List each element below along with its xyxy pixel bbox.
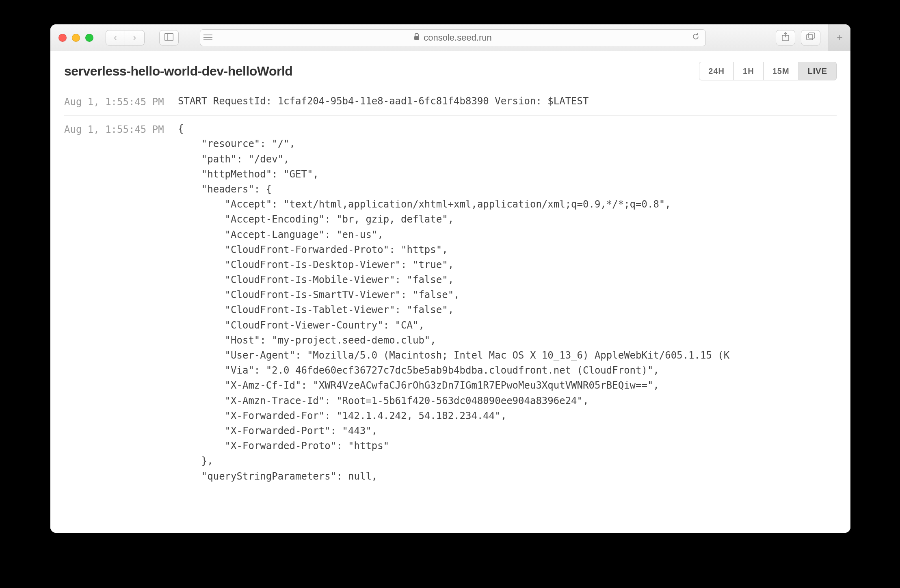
- tabs-button[interactable]: [801, 30, 820, 45]
- reload-button[interactable]: [692, 32, 700, 43]
- reader-icon[interactable]: [203, 32, 212, 43]
- lock-icon: [414, 33, 420, 42]
- sidebar-toggle-button[interactable]: [159, 30, 179, 45]
- page-header: serverless-hello-world-dev-helloWorld 24…: [50, 51, 850, 88]
- log-message: START RequestId: 1cfaf204-95b4-11e8-aad1…: [178, 94, 837, 110]
- browser-window: ‹ › console.seed.run: [50, 24, 850, 533]
- tabs-icon: [806, 32, 815, 43]
- address-bar[interactable]: console.seed.run: [200, 29, 706, 46]
- page-title: serverless-hello-world-dev-helloWorld: [64, 64, 292, 79]
- chevron-right-icon: ›: [133, 32, 136, 43]
- plus-icon: +: [837, 31, 843, 44]
- forward-button[interactable]: ›: [125, 30, 145, 45]
- svg-rect-5: [414, 36, 419, 40]
- back-button[interactable]: ‹: [106, 30, 125, 45]
- time-filter: 24H1H15MLIVE: [699, 62, 837, 80]
- minimize-window-button[interactable]: [72, 34, 80, 42]
- right-toolbar: +: [776, 24, 845, 51]
- log-row: Aug 1, 1:55:45 PM{ "resource": "/", "pat…: [64, 116, 837, 490]
- zoom-window-button[interactable]: [85, 34, 93, 42]
- time-filter-15m[interactable]: 15M: [763, 62, 798, 80]
- svg-rect-9: [809, 33, 815, 38]
- svg-rect-8: [807, 35, 813, 40]
- sidebar-icon: [164, 32, 173, 43]
- svg-rect-0: [165, 33, 173, 40]
- time-filter-1h[interactable]: 1H: [733, 62, 763, 80]
- new-tab-button[interactable]: +: [829, 24, 850, 51]
- share-icon: [782, 32, 789, 43]
- close-window-button[interactable]: [58, 34, 67, 42]
- log-timestamp: Aug 1, 1:55:45 PM: [64, 121, 178, 484]
- share-button[interactable]: [776, 30, 795, 45]
- nav-buttons: ‹ ›: [106, 30, 145, 45]
- log-list: Aug 1, 1:55:45 PMSTART RequestId: 1cfaf2…: [50, 88, 850, 490]
- time-filter-live[interactable]: LIVE: [798, 62, 837, 80]
- log-message: { "resource": "/", "path": "/dev", "http…: [178, 121, 837, 484]
- titlebar: ‹ › console.seed.run: [50, 24, 850, 51]
- page-content: serverless-hello-world-dev-helloWorld 24…: [50, 51, 850, 533]
- log-row: Aug 1, 1:55:45 PMSTART RequestId: 1cfaf2…: [64, 88, 837, 116]
- chevron-left-icon: ‹: [114, 32, 117, 43]
- window-controls: [58, 34, 93, 42]
- log-timestamp: Aug 1, 1:55:45 PM: [64, 94, 178, 110]
- url-host: console.seed.run: [424, 32, 492, 43]
- time-filter-24h[interactable]: 24H: [699, 62, 733, 80]
